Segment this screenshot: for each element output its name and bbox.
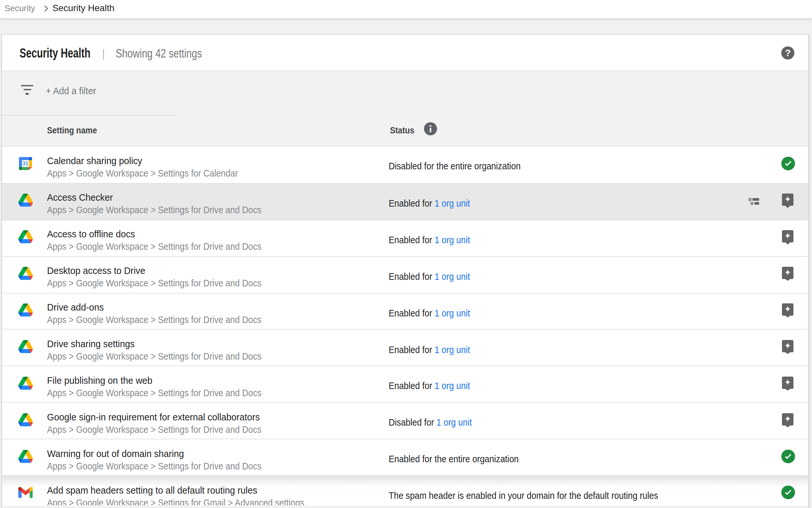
svg-text:31: 31	[22, 161, 28, 166]
